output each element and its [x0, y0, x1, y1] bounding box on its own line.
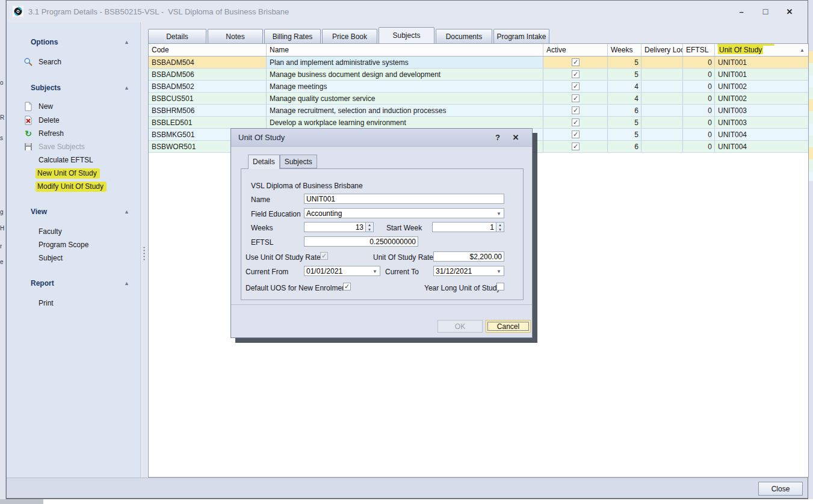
- close-window-button[interactable]: ✕: [777, 7, 802, 16]
- taskbar-fragment: [0, 499, 43, 504]
- current-to-label: Current To: [385, 268, 419, 276]
- tab-details[interactable]: Details: [148, 29, 206, 43]
- sidebar-item-print[interactable]: Print: [39, 298, 54, 309]
- start-week-spin-buttons[interactable]: ▲▼: [496, 222, 504, 232]
- cancel-button[interactable]: Cancel: [486, 320, 531, 333]
- table-row[interactable]: BSBADM502Manage meetings✓40UNIT002: [149, 81, 808, 93]
- unit-of-study-dialog: Unit Of Study ? ✕ Details Subjects VSL D…: [230, 128, 533, 338]
- window-titlebar[interactable]: 3.1 Program Details - BSB50215-VSL - VSL…: [7, 1, 808, 22]
- cell-code: BSBCUS501: [149, 93, 267, 104]
- column-header-active[interactable]: Active: [543, 44, 608, 56]
- background-table-stripes: [808, 51, 813, 181]
- start-week-stepper[interactable]: [432, 222, 496, 232]
- active-checkbox[interactable]: ✓: [572, 118, 580, 126]
- use-rate-label: Use Unit Of Study Rate: [246, 253, 321, 262]
- cell-code: BSBADM506: [149, 69, 267, 80]
- table-row[interactable]: BSBLED501Develop a workplace learning en…: [149, 117, 808, 129]
- active-checkbox[interactable]: ✓: [572, 94, 580, 102]
- minimize-button[interactable]: –: [729, 7, 753, 16]
- cell-code: BSBADM502: [149, 81, 267, 92]
- search-icon: [23, 57, 33, 67]
- sidebar-item-new[interactable]: New: [23, 101, 53, 112]
- background-window-right-sliver: [808, 0, 813, 499]
- collapse-icon[interactable]: ▲: [124, 209, 129, 215]
- sidebar: Options ▲ Search Subjects ▲ New: [7, 22, 141, 497]
- cell-weeks: 4: [608, 93, 641, 104]
- weeks-spin-buttons[interactable]: ▲▼: [366, 222, 374, 232]
- collapse-icon[interactable]: ▲: [124, 39, 129, 45]
- collapse-icon[interactable]: ▲: [124, 280, 129, 286]
- background-text-fragment: g: [0, 209, 4, 215]
- name-input[interactable]: [304, 194, 504, 204]
- sidebar-section-report[interactable]: Report ▲: [31, 279, 133, 289]
- active-checkbox[interactable]: ✓: [572, 70, 580, 78]
- field-education-label: Field Education: [251, 210, 301, 218]
- sidebar-item-new-unit-of-study[interactable]: New Unit Of Study: [36, 168, 100, 179]
- rate-input[interactable]: [433, 251, 504, 262]
- sidebar-item-program-scope[interactable]: Program Scope: [39, 239, 88, 250]
- maximize-button[interactable]: □: [753, 7, 777, 16]
- dialog-tab-subjects[interactable]: Subjects: [280, 155, 317, 168]
- desktop-below-window: [0, 499, 813, 504]
- window-bottom-bar: Close: [7, 478, 808, 498]
- eftsl-input[interactable]: [304, 236, 418, 247]
- sidebar-item-refresh[interactable]: ↻ Refresh: [23, 128, 64, 139]
- dialog-tab-details[interactable]: Details: [248, 155, 280, 169]
- dialog-help-button[interactable]: ?: [489, 133, 507, 142]
- table-row[interactable]: BSBHRM506Manage recruitment, selection a…: [149, 105, 808, 117]
- splitter-handle[interactable]: [143, 246, 146, 262]
- column-header-eftsl[interactable]: EFTSL: [683, 44, 715, 56]
- cell-dloc: [641, 69, 683, 80]
- tab-price-book[interactable]: Price Book: [322, 29, 377, 43]
- sidebar-item-modify-unit-of-study[interactable]: Modify Unit Of Study: [36, 181, 107, 192]
- active-checkbox[interactable]: ✓: [572, 106, 580, 114]
- cell-unit: UNIT002: [715, 93, 808, 104]
- tab-program-intake[interactable]: Program Intake: [493, 29, 549, 43]
- active-checkbox[interactable]: ✓: [572, 131, 580, 138]
- cell-active: ✓: [543, 93, 608, 104]
- sidebar-item-delete[interactable]: Delete: [23, 115, 60, 126]
- sidebar-item-search[interactable]: Search: [23, 57, 61, 67]
- sidebar-section-options[interactable]: Options ▲: [31, 38, 133, 48]
- year-long-checkbox[interactable]: [496, 283, 504, 290]
- cell-eftsl: 0: [683, 93, 715, 104]
- default-uos-checkbox[interactable]: ✓: [343, 283, 351, 290]
- window-title: 3.1 Program Details - BSB50215-VSL - VSL…: [28, 7, 729, 16]
- active-checkbox[interactable]: ✓: [572, 143, 580, 150]
- table-row[interactable]: BSBADM506Manage business document design…: [149, 69, 808, 81]
- rate-label: Unit Of Study Rate: [373, 253, 433, 262]
- cell-weeks: 5: [608, 117, 641, 128]
- dialog-close-button[interactable]: ✕: [507, 133, 525, 142]
- sidebar-section-subjects[interactable]: Subjects ▲: [31, 84, 133, 93]
- tab-billing-rates[interactable]: Billing Rates: [264, 29, 321, 43]
- sidebar-item-calculate-eftsl[interactable]: Calculate EFTSL: [39, 155, 93, 165]
- weeks-stepper[interactable]: [304, 222, 366, 232]
- tabstrip: Details Notes Billing Rates Price Book S…: [148, 27, 809, 43]
- close-button[interactable]: Close: [758, 482, 803, 496]
- current-from-picker[interactable]: [304, 266, 380, 276]
- column-header-unit-of-study[interactable]: Unit Of Study ▲: [715, 44, 808, 56]
- sort-ascending-icon: ▲: [800, 48, 805, 53]
- sidebar-item-faculty[interactable]: Faculty: [39, 226, 62, 237]
- name-label: Name: [251, 195, 270, 204]
- cell-unit: UNIT004: [715, 129, 808, 140]
- dialog-title: Unit Of Study: [238, 133, 489, 142]
- active-checkbox[interactable]: ✓: [572, 82, 580, 90]
- column-header-weeks[interactable]: Weeks: [608, 44, 641, 56]
- dialog-titlebar[interactable]: Unit Of Study ? ✕: [231, 129, 532, 147]
- active-checkbox[interactable]: ✓: [572, 58, 580, 66]
- column-header-code[interactable]: Code: [149, 44, 267, 56]
- sidebar-section-view[interactable]: View ▲: [31, 207, 133, 217]
- tab-notes[interactable]: Notes: [208, 29, 263, 43]
- column-header-name[interactable]: Name: [267, 44, 543, 56]
- column-header-delivery-location[interactable]: Delivery Loca: [641, 44, 683, 56]
- table-row[interactable]: BSBADM504Plan and implement administrati…: [149, 57, 808, 69]
- sidebar-item-subject[interactable]: Subject: [39, 253, 63, 263]
- cell-active: ✓: [543, 117, 608, 128]
- tab-documents[interactable]: Documents: [436, 29, 492, 43]
- tab-subjects[interactable]: Subjects: [379, 27, 434, 43]
- current-to-picker[interactable]: [433, 266, 504, 276]
- collapse-icon[interactable]: ▲: [124, 85, 129, 91]
- field-education-combo[interactable]: [304, 208, 504, 218]
- table-row[interactable]: BSBCUS501Manage quality customer service…: [149, 93, 808, 105]
